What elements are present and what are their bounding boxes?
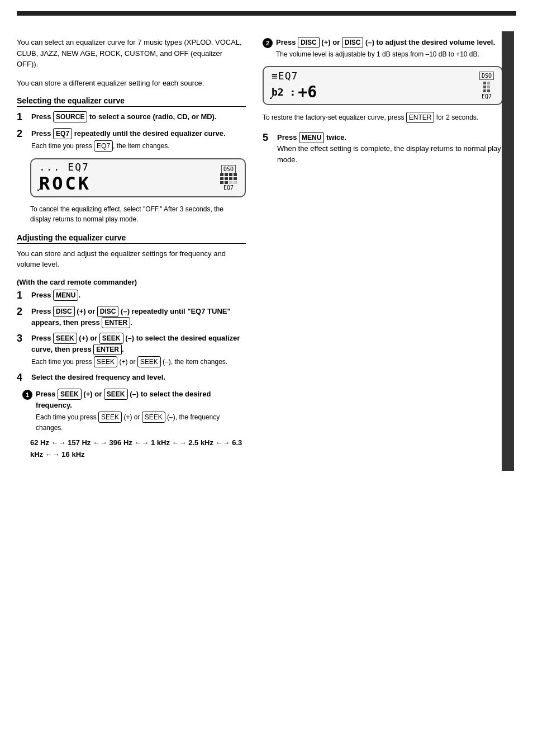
bar-cell (483, 86, 486, 88)
top-bar (17, 11, 516, 16)
display-eq-arrows: ≡EQ7 (272, 70, 298, 82)
step-adjust-3: 3 Press SEEK (+) or SEEK (–) to select t… (17, 333, 246, 367)
bar-cell (234, 173, 237, 176)
step-select-2: 2 Press EQ7 repeatedly until the desired… (17, 128, 246, 152)
bar-cell (220, 173, 223, 176)
enter-key-2: ENTER (93, 344, 122, 355)
bar-cell (225, 173, 228, 176)
intro-text-2: You can store a different equalizer sett… (17, 78, 246, 89)
step-adj-num-3: 3 (17, 333, 29, 345)
corner-arrow-2: ↙ (269, 92, 274, 101)
eq7-key-inline: EQ7 (94, 140, 113, 152)
bar-row-1 (220, 173, 237, 176)
sub-step-content-2: Press DISC (+) or DISC (–) to adjust the… (276, 37, 503, 59)
step-adjust-4: 4 Select the desired frequency and level… (17, 372, 246, 384)
bar-cell (220, 177, 223, 180)
bar-row-r3 (483, 89, 490, 92)
step-adj-title-2: Press DISC (+) or DISC (–) repeatedly un… (31, 307, 231, 327)
enter-key-restore: ENTER (406, 112, 435, 123)
display-box-1: ↙ ... EQ7 ROCK DSO (30, 158, 246, 197)
display-left-2: ≡EQ7 b2 : +6 (272, 70, 317, 101)
right-column: 2 Press DISC (+) or DISC (–) to adjust t… (257, 31, 514, 471)
display-eq-label-1: ... EQ7 (39, 161, 89, 173)
section3-heading: (With the card remote commander) (17, 278, 246, 286)
step-adj-title-3: Press SEEK (+) or SEEK (–) to select the… (31, 334, 240, 353)
step-adj-content-3: Press SEEK (+) or SEEK (–) to select the… (31, 333, 246, 367)
step-title-2: Press EQ7 repeatedly until the desired e… (31, 129, 226, 138)
bar-row-r2 (483, 86, 490, 88)
step-select-1: 1 Press SOURCE to select a source (radio… (17, 111, 246, 124)
bar-cell (220, 181, 223, 184)
note-text-1: To cancel the equalizing effect, select … (30, 204, 246, 224)
sub-step-detail-2: The volume level is adjustable by 1 dB s… (276, 49, 503, 59)
bar-cell (483, 82, 486, 84)
seek-key-sub1: SEEK (58, 389, 82, 400)
display-dso-2: DSO (479, 72, 494, 80)
menu-key-1: MENU (53, 290, 78, 301)
sub-step-circle-1: 1 (22, 390, 32, 400)
step-adj-content-1: Press MENU. (31, 290, 246, 301)
corner-arrow-1: ↙ (37, 184, 41, 193)
step-detail-2: Each time you press EQ7, the item change… (31, 140, 246, 152)
menu-key-2: MENU (299, 132, 324, 143)
display-dso-1: DSO (221, 165, 236, 173)
step-title-1: Press SOURCE to select a source (radio, … (31, 112, 217, 121)
step-adj-num-1: 1 (17, 290, 29, 302)
sub-step-title-1: Press SEEK (+) or SEEK (–) to select the… (36, 390, 211, 409)
step-adj-detail-3: Each time you press SEEK (+) or SEEK (–)… (31, 356, 246, 367)
sub-step-title-2: Press DISC (+) or DISC (–) to adjust the… (276, 38, 495, 46)
seek-key-sub-inline1: SEEK (98, 412, 122, 423)
step-adj-title-1: Press MENU. (31, 291, 80, 299)
display-eq7-1: EQ7 (223, 185, 234, 191)
bar-cell (225, 181, 228, 184)
step-adj-content-2: Press DISC (+) or DISC (–) repeatedly un… (31, 306, 246, 328)
disc-key-1: DISC (53, 306, 75, 317)
disc-key-2: DISC (97, 306, 119, 317)
step-adjust-1: 1 Press MENU. (17, 290, 246, 302)
bar-cell (234, 177, 237, 180)
step-adjust-2: 2 Press DISC (+) or DISC (–) repeatedly … (17, 306, 246, 328)
intro-text-1: You can select an equalizer curve for 7 … (17, 37, 246, 70)
display-main-row: b2 : +6 (272, 83, 317, 101)
step-number-1: 1 (17, 111, 29, 124)
bar-cell (487, 89, 490, 92)
step-number-2: 2 (17, 128, 29, 140)
display-main-label-1: ROCK (39, 173, 91, 194)
source-key: SOURCE (53, 111, 87, 122)
step-5-content: Press MENU twice. When the effect settin… (277, 132, 503, 165)
step-adj-title-4: Select the desired frequency and level. (31, 373, 165, 381)
eq7-key: EQ7 (53, 128, 72, 139)
bar-row-2 (220, 177, 237, 180)
bar-cell (234, 181, 237, 184)
display-eq-row: ≡EQ7 (272, 70, 298, 82)
dark-sidebar-tab (502, 31, 514, 471)
display-right-2: DSO EQ7 (479, 72, 494, 100)
seek-key-inline-2: SEEK (137, 356, 161, 367)
sub-step-detail-1: Each time you press SEEK (+) or SEEK (–)… (36, 412, 246, 433)
section2-heading: Adjusting the equalizer curve (17, 233, 246, 244)
page: You can select an equalizer curve for 7 … (0, 0, 533, 482)
bar-row-r1 (483, 82, 490, 84)
seek-key-sub-inline2: SEEK (142, 412, 165, 423)
bar-row-3 (220, 181, 237, 184)
display-box-2: ↙ ≡EQ7 b2 : +6 DSO (263, 66, 503, 105)
seek-key-1: SEEK (53, 333, 77, 344)
seek-key-sub2: SEEK (104, 389, 128, 400)
sub-step-2: 2 Press DISC (+) or DISC (–) to adjust t… (263, 37, 503, 59)
note-text-2: To restore the factory-set equalizer cur… (263, 112, 503, 123)
bar-cell (229, 177, 232, 180)
step-5-title: Press MENU twice. (277, 133, 346, 141)
sub-step-circle-2: 2 (263, 38, 273, 48)
display-eq7-2: EQ7 (482, 93, 492, 100)
display-left-1: ... EQ7 ROCK (39, 161, 91, 194)
sub-step-content-1: Press SEEK (+) or SEEK (–) to select the… (36, 389, 246, 433)
disc-key-sub1: DISC (298, 37, 320, 48)
step-adj-num-2: 2 (17, 306, 29, 318)
bar-cell (229, 173, 232, 176)
display-right-1: DSO (220, 165, 237, 191)
seek-key-2: SEEK (99, 333, 123, 344)
step-5-detail: When the effect setting is complete, the… (277, 143, 503, 165)
section2-intro: You can store and adjust the equalizer s… (17, 248, 246, 270)
bar-cell (229, 181, 232, 184)
step-adj-num-4: 4 (17, 372, 29, 384)
